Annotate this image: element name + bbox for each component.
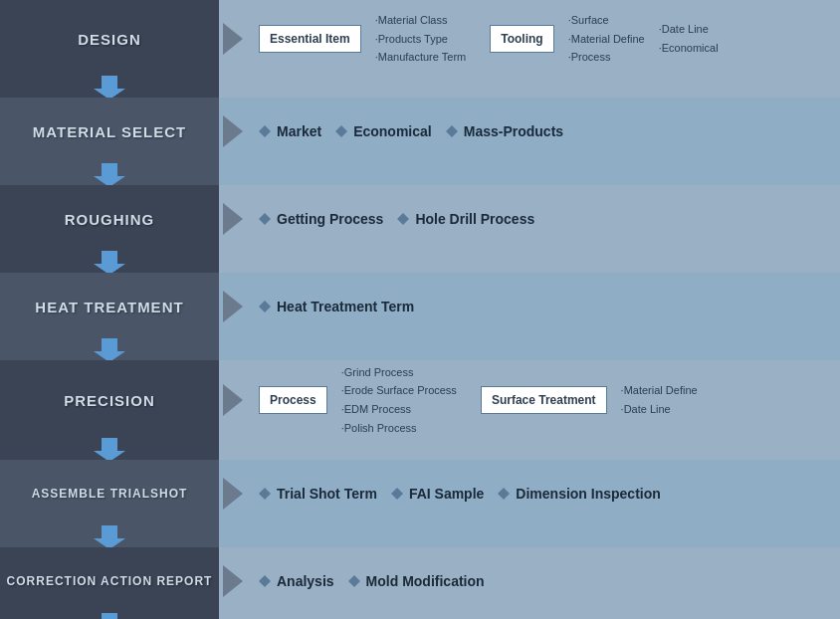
right-panel-heat-treatment: Heat Treatment Term	[247, 273, 840, 340]
svg-marker-10	[94, 438, 125, 462]
left-panel-material-select: MATERIAL SELECT	[0, 98, 219, 165]
flow-row-roughing: ROUGHINGGetting ProcessHole Drill Proces…	[0, 185, 840, 253]
svg-marker-11	[259, 488, 271, 500]
right-panel-precision: Process ·Grind Process·Erode Surface Pro…	[247, 360, 840, 440]
stage-label-correction-action: CORRECTION ACTION REPORT	[7, 574, 213, 588]
stage-label-heat-treatment: HEAT TREATMENT	[35, 299, 183, 315]
svg-marker-7	[94, 251, 125, 275]
stage-label-design: DESIGN	[78, 31, 141, 48]
arrow-connector-heat-treatment	[219, 273, 247, 340]
svg-marker-8	[259, 301, 271, 312]
diamond-item-assemble-trialshot-1: FAI Sample	[391, 486, 484, 502]
svg-marker-16	[348, 575, 360, 587]
down-arrow-material-select	[0, 165, 840, 185]
surface-box: Surface Treatment	[481, 386, 607, 414]
arrow-connector-correction-action	[219, 547, 247, 615]
arrow-connector-roughing	[219, 185, 247, 253]
diamond-item-material-select-1: Economical	[335, 123, 432, 139]
stage-label-precision: PRECISION	[64, 392, 155, 409]
down-arrow-heat-treatment	[0, 340, 840, 360]
left-panel-precision: PRECISION	[0, 360, 219, 440]
arrow-connector-assemble-trialshot	[219, 460, 247, 527]
stage-label-assemble-trialshot: ASSEMBLE TRIALSHOT	[32, 487, 188, 501]
stage-label-roughing: ROUGHING	[65, 211, 155, 228]
flow-row-assemble-trialshot: ASSEMBLE TRIALSHOTTrial Shot TermFAI Sam…	[0, 460, 840, 527]
process-box: Process	[259, 386, 327, 414]
svg-marker-4	[94, 163, 125, 187]
diamond-item-material-select-0: Market	[259, 123, 321, 139]
arrow-connector-material-select	[219, 98, 247, 165]
diamond-item-roughing-1: Hole Drill Process	[397, 211, 534, 227]
arrow-connector-design	[219, 0, 247, 78]
diamond-item-material-select-2: Mass-Products	[446, 123, 563, 139]
svg-marker-0	[94, 76, 125, 100]
svg-marker-9	[94, 338, 125, 362]
flow-row-precision: PRECISION Process ·Grind Process·Erode S…	[0, 360, 840, 440]
left-panel-correction-action: CORRECTION ACTION REPORT	[0, 547, 219, 615]
essential-box: Essential Item	[259, 25, 361, 53]
diamond-item-assemble-trialshot-0: Trial Shot Term	[259, 486, 377, 502]
flow-row-material-select: MATERIAL SELECTMarketEconomicalMass-Prod…	[0, 98, 840, 165]
diamond-item-heat-treatment-0: Heat Treatment Term	[259, 299, 414, 314]
diamond-item-correction-action-1: Mold Modification	[348, 573, 485, 589]
essential-bullets: ·Material Class·Products Type·Manufactur…	[375, 11, 467, 67]
process-bullets: ·Grind Process·Erode Surface Process·EDM…	[341, 363, 457, 438]
diamond-item-roughing-0: Getting Process	[259, 211, 383, 227]
arrow-connector-precision	[219, 360, 247, 440]
left-panel-heat-treatment: HEAT TREATMENT	[0, 273, 219, 340]
svg-marker-1	[259, 125, 271, 137]
right-panel-assemble-trialshot: Trial Shot TermFAI SampleDimension Inspe…	[247, 460, 840, 527]
right-panel-roughing: Getting ProcessHole Drill Process	[247, 185, 840, 253]
diamond-item-assemble-trialshot-2: Dimension Inspection	[498, 486, 660, 502]
tooling-bullets-left: ·Surface·Material Define·Process	[568, 11, 645, 67]
svg-marker-14	[94, 525, 125, 549]
svg-marker-3	[446, 125, 458, 137]
down-arrow-design	[0, 78, 840, 98]
down-arrow-assemble-trialshot	[0, 527, 840, 547]
svg-marker-6	[397, 213, 409, 225]
right-panel-correction-action: AnalysisMold Modification	[247, 547, 840, 615]
down-arrow-roughing	[0, 253, 840, 273]
svg-marker-5	[259, 213, 271, 225]
down-arrow-precision	[0, 440, 840, 460]
svg-marker-17	[94, 613, 125, 619]
stage-label-material-select: MATERIAL SELECT	[33, 123, 186, 140]
svg-marker-12	[391, 488, 403, 500]
diamond-item-correction-action-0: Analysis	[259, 573, 334, 589]
svg-marker-15	[259, 575, 271, 587]
left-panel-roughing: ROUGHING	[0, 185, 219, 253]
svg-marker-2	[335, 125, 347, 137]
tooling-box: Tooling	[490, 25, 553, 53]
right-panel-design: Essential Item ·Material Class·Products …	[247, 0, 840, 78]
flow-row-heat-treatment: HEAT TREATMENTHeat Treatment Term	[0, 273, 840, 340]
surface-bullets: ·Material Define·Date Line	[621, 381, 698, 418]
down-arrow-correction-action	[0, 615, 840, 619]
tooling-bullets-right: ·Date Line·Economical	[659, 20, 719, 57]
flow-row-design: DESIGN Essential Item ·Material Class·Pr…	[0, 0, 840, 78]
left-panel-assemble-trialshot: ASSEMBLE TRIALSHOT	[0, 460, 219, 527]
flow-row-correction-action: CORRECTION ACTION REPORTAnalysisMold Mod…	[0, 547, 840, 615]
right-panel-material-select: MarketEconomicalMass-Products	[247, 98, 840, 165]
left-panel-design: DESIGN	[0, 0, 219, 78]
svg-marker-13	[498, 488, 510, 500]
